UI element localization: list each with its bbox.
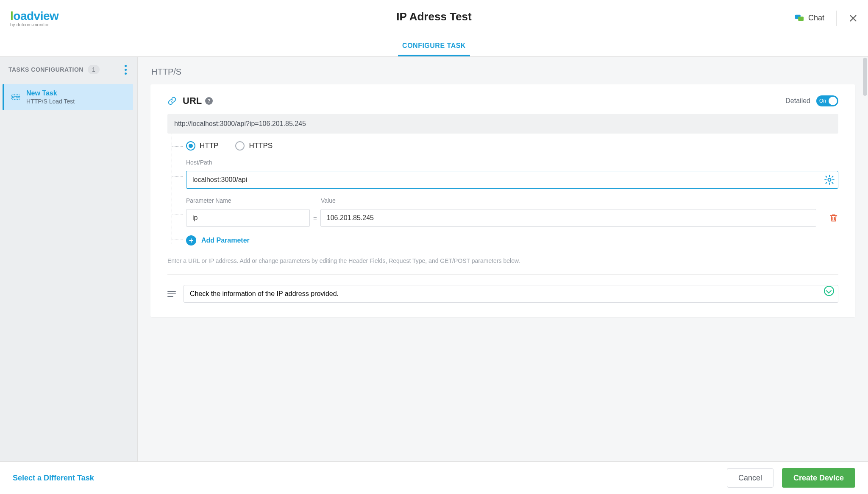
delete-param-button[interactable] (829, 213, 838, 223)
chat-button[interactable]: Chat (795, 14, 824, 23)
page-title: IP Adress Test (324, 10, 544, 23)
param-name-input[interactable] (186, 209, 310, 227)
main: TASKS CONFIGURATION 1 HTTP New Task HTTP… (0, 57, 868, 462)
cancel-button[interactable]: Cancel (727, 468, 773, 488)
chat-label: Chat (808, 14, 824, 22)
tabs-row: CONFIGURE TASK (0, 36, 868, 57)
tree-connector (172, 215, 183, 215)
detailed-label: Detailed (785, 97, 810, 105)
add-parameter-button[interactable]: + Add Parameter (186, 235, 838, 246)
url-card: URL ? Detailed On http://localhost:3000/… (150, 84, 855, 317)
logo-rest: dview (27, 9, 58, 22)
protocol-https-radio[interactable]: HTTPS (235, 141, 273, 151)
protocol-http-label: HTTP (200, 142, 218, 150)
url-section-label: URL (183, 95, 202, 106)
param-name-header: Parameter Name (186, 197, 313, 204)
select-different-task-link[interactable]: Select a Different Task (13, 474, 94, 483)
content-section-title: HTTP/S (151, 67, 855, 77)
logo[interactable]: loadview by dotcom-monitor (10, 9, 58, 27)
card-divider (167, 274, 838, 275)
http-task-icon: HTTP (11, 92, 20, 102)
param-value-header: Value (321, 197, 336, 204)
description-icon (167, 291, 176, 297)
detailed-toggle[interactable]: On (816, 95, 838, 106)
content: HTTP/S URL ? Detailed On http://localhos… (138, 57, 868, 461)
help-icon[interactable]: ? (205, 97, 213, 105)
equals-sign: = (313, 215, 317, 222)
tree-connector (172, 176, 183, 177)
description-input[interactable] (184, 285, 838, 303)
host-path-input[interactable] (186, 171, 838, 189)
header: loadview by dotcom-monitor IP Adress Tes… (0, 0, 868, 36)
logo-subtitle: by dotcom-monitor (10, 22, 58, 27)
plus-icon: + (186, 235, 196, 246)
sidebar-count-badge: 1 (88, 65, 100, 74)
scrollbar[interactable] (863, 58, 867, 96)
svg-point-4 (828, 179, 831, 181)
gear-icon[interactable] (824, 174, 835, 185)
close-button[interactable] (849, 14, 858, 23)
task-type: HTTP/S Load Test (26, 98, 75, 105)
create-device-button[interactable]: Create Device (782, 468, 855, 488)
tab-configure-task[interactable]: CONFIGURE TASK (398, 36, 470, 56)
protocol-https-label: HTTPS (249, 142, 273, 150)
sidebar-menu-button[interactable] (120, 64, 131, 75)
link-icon (167, 96, 177, 106)
footer: Select a Different Task Cancel Create De… (0, 462, 868, 494)
sidebar-title: TASKS CONFIGURATION (8, 66, 83, 73)
toggle-on-label: On (819, 98, 826, 104)
param-value-input[interactable] (320, 209, 816, 227)
grammarly-icon[interactable] (824, 286, 834, 296)
svg-text:HTTP: HTTP (12, 96, 19, 99)
chat-icon (795, 14, 804, 23)
add-parameter-label: Add Parameter (201, 237, 250, 244)
url-help-text: Enter a URL or IP address. Add or change… (167, 257, 838, 264)
task-item-new-task[interactable]: HTTP New Task HTTP/S Load Test (3, 84, 133, 110)
toggle-knob (829, 97, 837, 105)
tree-connector (172, 240, 183, 240)
svg-rect-1 (798, 17, 804, 21)
title-underline (324, 26, 544, 26)
task-name: New Task (26, 89, 75, 97)
dots-icon (125, 65, 127, 67)
protocol-http-radio[interactable]: HTTP (186, 141, 218, 151)
tree-connector (172, 146, 183, 147)
host-path-label: Host/Path (186, 159, 838, 166)
logo-letters-oa: oa (13, 9, 27, 22)
sidebar: TASKS CONFIGURATION 1 HTTP New Task HTTP… (0, 57, 138, 461)
full-url-display: http://localhost:3000/api?ip=106.201.85.… (167, 114, 838, 134)
header-divider (836, 11, 837, 26)
